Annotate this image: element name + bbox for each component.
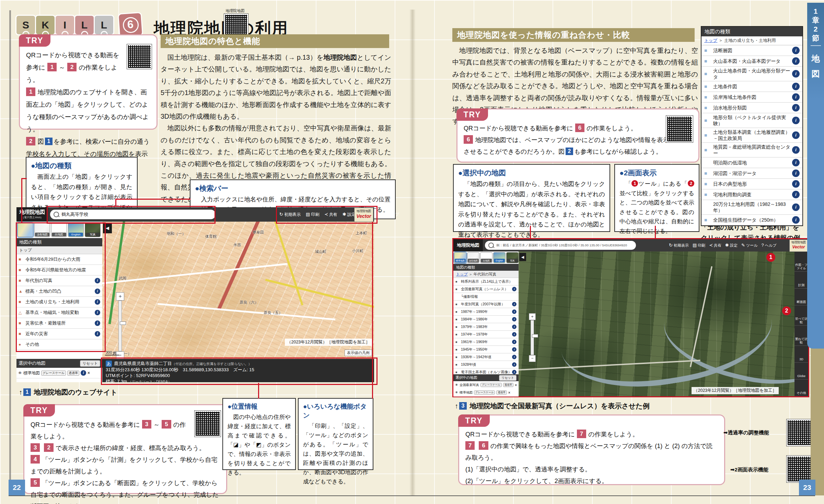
info-icon[interactable]: i bbox=[792, 169, 800, 177]
map-type-item[interactable]: △ 基準点・地磁気・地殻変動 i bbox=[16, 307, 102, 318]
zoom-out-button[interactable]: − bbox=[529, 355, 536, 362]
info-icon[interactable]: i bbox=[792, 191, 800, 198]
info-icon[interactable]: i bbox=[512, 317, 517, 321]
info-icon[interactable]: i bbox=[95, 320, 100, 326]
map-type-item[interactable]: ■ 火山基本図・火山基本図データ i bbox=[701, 56, 802, 67]
photo-year-item[interactable]: ■ 1961年～1969年 i bbox=[453, 338, 519, 346]
zoom-control[interactable]: ＋ − bbox=[529, 313, 536, 362]
toolbar-button[interactable]: ✱設定 bbox=[725, 243, 738, 248]
map-type-item[interactable]: ■ 災害伝承・避難場所 i bbox=[16, 318, 102, 329]
info-icon[interactable]: i bbox=[512, 347, 517, 352]
basemap-thumb[interactable]: English bbox=[493, 252, 506, 263]
photo-year-item[interactable]: ■ 1936年～1942年頃 i bbox=[453, 353, 519, 361]
info-icon[interactable]: i bbox=[792, 159, 800, 166]
map-type-item[interactable]: ■ 湖沼図・湖沼データ i bbox=[701, 168, 802, 179]
panel-collapse-button[interactable]: ◀ bbox=[103, 223, 112, 233]
info-icon[interactable]: i bbox=[512, 332, 517, 337]
info-icon[interactable]: i bbox=[792, 146, 800, 154]
reset-button[interactable]: リセット bbox=[499, 375, 517, 381]
map-type-item[interactable]: ■ 令和5年6月29日からの大雨 bbox=[16, 254, 102, 265]
info-icon[interactable]: i bbox=[792, 70, 800, 78]
toolbar-button[interactable]: ▤印刷 bbox=[693, 243, 705, 248]
visibility-icon[interactable]: 👁 bbox=[455, 383, 458, 387]
reset-button[interactable]: リセット bbox=[80, 360, 100, 367]
map-type-item[interactable]: 20万分1土地利用図（1982～1983年） i bbox=[701, 200, 802, 215]
tool-rail-button[interactable]: 作図・ファイル bbox=[794, 251, 808, 272]
toolbar-button[interactable]: ?ヘルプ bbox=[383, 212, 399, 218]
zoom-in-button[interactable]: ＋ bbox=[116, 292, 124, 301]
info-icon[interactable]: i bbox=[792, 117, 800, 124]
zoom-slider[interactable] bbox=[118, 301, 122, 351]
photo-year-item[interactable]: ■ 1979年～1983年 i bbox=[453, 323, 519, 331]
photo-year-item[interactable]: ■ 時系列表示（ZL14以上で表示） bbox=[453, 278, 519, 285]
toolbar-button[interactable]: ▤印刷 bbox=[306, 212, 319, 218]
map-type-item[interactable]: ■ 全国植生指標データ（250m） i bbox=[701, 215, 802, 225]
info-icon[interactable]: i bbox=[792, 216, 800, 224]
info-icon[interactable]: i bbox=[512, 287, 517, 291]
zoom-in-button[interactable]: ＋ bbox=[529, 313, 536, 320]
info-icon[interactable]: i bbox=[95, 310, 100, 315]
info-icon[interactable]: i bbox=[95, 289, 100, 294]
visibility-icon[interactable]: 👁 bbox=[18, 371, 22, 375]
grayscale-button[interactable]: グレースケール bbox=[474, 390, 495, 395]
toolbar-button[interactable]: ↻初期表示 bbox=[279, 212, 301, 218]
zoom-slider-knob[interactable] bbox=[120, 321, 126, 325]
panel-collapse-button[interactable]: ◀ bbox=[519, 253, 526, 261]
map-type-item[interactable]: 明治期の低湿地 i bbox=[701, 157, 802, 168]
map-type-item[interactable]: ▲ 標高・土地の凹凸 i bbox=[16, 286, 102, 297]
info-icon[interactable]: i bbox=[95, 278, 100, 283]
toolbar-button[interactable]: ✎ツール bbox=[741, 243, 757, 248]
zoom-control[interactable]: ＋ − bbox=[116, 292, 124, 359]
info-icon[interactable]: i bbox=[512, 355, 517, 359]
info-icon[interactable]: i bbox=[95, 299, 100, 305]
photo-year-item[interactable]: ■ 電子国土基本図（オルソ画像）（2007年～） i bbox=[453, 368, 519, 376]
photo-year-item[interactable]: ■ 1987年～1990年 i bbox=[453, 308, 519, 316]
toolbar-button[interactable]: ✱設定 bbox=[343, 212, 356, 218]
info-icon[interactable]: i bbox=[792, 104, 800, 112]
info-icon[interactable]: i bbox=[512, 325, 517, 329]
opacity-button[interactable]: 透過率 bbox=[67, 371, 79, 376]
tool-rail-button[interactable]: 3D bbox=[794, 346, 808, 363]
info-icon[interactable]: i bbox=[512, 302, 517, 306]
info-icon[interactable]: i bbox=[512, 370, 517, 374]
toolbar-button[interactable]: ?ヘルプ bbox=[761, 243, 776, 248]
info-icon[interactable]: i bbox=[792, 93, 800, 101]
basemap-thumb[interactable]: 淡色地図 bbox=[34, 223, 50, 237]
basemap-thumb[interactable]: 白地図 bbox=[51, 223, 67, 237]
map-type-item[interactable]: ■ 沿岸海域土地条件図 i bbox=[701, 92, 802, 103]
info-icon[interactable]: i bbox=[95, 331, 100, 337]
basemap-thumb[interactable]: 写真 bbox=[85, 223, 101, 237]
basemap-thumb[interactable]: 淡色地図 bbox=[467, 252, 479, 263]
topographic-map[interactable]: 明和（一） 草牟田 体育館 永吉 上本町 小川町 城山町 武岡 原良（六） 原良… bbox=[102, 222, 374, 359]
search-input[interactable]: 鶴丸高等学校 bbox=[50, 210, 216, 219]
info-icon[interactable]: i bbox=[512, 309, 517, 314]
map-type-item[interactable]: ■ 土地条件図 i bbox=[701, 81, 802, 92]
zoom-slider-knob[interactable] bbox=[532, 334, 538, 338]
photo-year-item[interactable]: └撮影情報 bbox=[453, 293, 519, 301]
map-type-item[interactable]: ■ 土地分類基本調査（土地履歴調査）－国土政策局 i bbox=[701, 128, 802, 143]
opacity-button[interactable]: 透過率 bbox=[496, 390, 507, 395]
gsi-vector-badge[interactable]: 地理院地図Vector bbox=[354, 208, 373, 222]
opacity-button[interactable]: 透過率 bbox=[503, 383, 514, 387]
close-icon[interactable]: × bbox=[88, 371, 90, 375]
aerial-photo-map[interactable]: ◀ ＋ − （2023年12月閲覧）［地理院地図を加工］ bbox=[519, 251, 794, 396]
map-type-item[interactable]: ■ 地質図－産総研地質調査総合センター i bbox=[701, 143, 802, 157]
info-icon[interactable]: i bbox=[792, 57, 800, 65]
photo-year-item[interactable]: ■ 全国最新写真（シームレス） i bbox=[453, 285, 519, 293]
grayscale-button[interactable]: グレースケール bbox=[41, 371, 66, 376]
photo-year-item[interactable]: ■ 1974年～1978年 i bbox=[453, 331, 519, 338]
info-icon[interactable]: i bbox=[792, 83, 800, 90]
photo-year-item[interactable]: ■ 年度別写真（2007年以降） i bbox=[453, 301, 519, 308]
map-type-item[interactable]: ■ 土地の成り立ち・土地利用 i bbox=[16, 297, 102, 307]
search-input[interactable]: 例：剱岳 / 金沢市木ノ新保町 / 35度0分0秒 135度0分0秒 / 35.… bbox=[485, 241, 636, 250]
basemap-thumb[interactable]: 写真 bbox=[506, 252, 519, 263]
map-type-item[interactable]: ■ 日本の典型地形 i bbox=[701, 179, 802, 189]
map-type-item[interactable]: ■ 活断層図 i bbox=[701, 45, 802, 56]
zoom-slider[interactable] bbox=[531, 320, 534, 355]
close-icon[interactable]: × bbox=[508, 391, 510, 395]
tool-rail-button[interactable]: 断面図 bbox=[794, 289, 808, 305]
visibility-icon[interactable]: 👁 bbox=[455, 391, 458, 394]
panel-breadcrumb-top[interactable]: トップ bbox=[16, 246, 102, 254]
close-icon[interactable]: × bbox=[515, 383, 517, 387]
map-type-item[interactable]: ■ 地形分類（ベクトルタイル提供実験） i bbox=[701, 113, 802, 128]
